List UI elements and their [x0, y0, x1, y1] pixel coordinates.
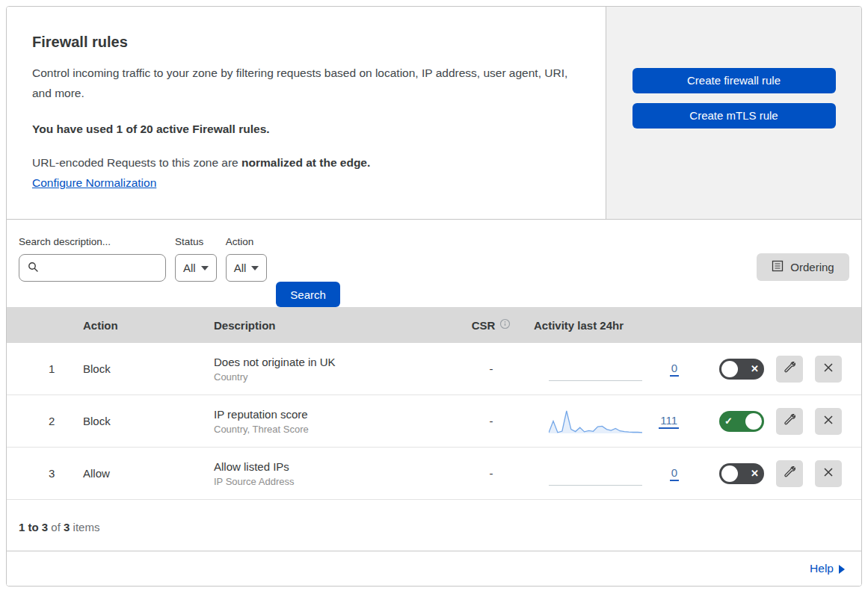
action-column-header: Action: [77, 319, 208, 332]
x-mark-icon: ✕: [751, 364, 759, 374]
rule-description-cell: Allow listed IPs IP Source Address: [208, 460, 455, 487]
filter-toolbar: Search description... Status All Action …: [7, 220, 861, 307]
rule-match-fields: IP Source Address: [214, 476, 455, 487]
x-icon: [822, 414, 834, 428]
table-row: 2 Block IP reputation score Country, Thr…: [7, 395, 861, 448]
search-label: Search description...: [19, 236, 166, 247]
rule-csr-value: -: [455, 415, 528, 427]
csr-column-header: CSR: [455, 318, 528, 332]
search-button[interactable]: Search: [276, 282, 340, 307]
toggle-knob: [745, 413, 762, 430]
items-total: 3: [64, 521, 70, 533]
list-document-icon: [772, 260, 784, 274]
status-dropdown[interactable]: All: [175, 254, 217, 282]
edit-rule-button[interactable]: [776, 460, 803, 487]
caret-down-icon: [201, 266, 209, 270]
table-header-row: Action Description CSR Activity last 24h…: [7, 307, 861, 343]
wrench-icon: [783, 465, 796, 481]
search-input[interactable]: [43, 262, 192, 274]
rule-description: Does not originate in UK: [214, 356, 455, 368]
check-mark-icon: ✓: [724, 416, 733, 426]
rule-action: Block: [77, 362, 208, 375]
x-icon: [822, 466, 834, 480]
right-triangle-icon: [839, 565, 845, 574]
of-text: of: [51, 521, 61, 533]
help-link[interactable]: Help: [810, 562, 845, 575]
search-field-group: Search description...: [19, 236, 166, 282]
create-mtls-rule-button[interactable]: Create mTLS rule: [632, 103, 836, 129]
edit-rule-button[interactable]: [776, 408, 803, 435]
rule-controls-cell: ✓: [685, 408, 861, 435]
rule-controls-cell: ✕: [685, 356, 861, 383]
delete-rule-button[interactable]: [815, 460, 842, 487]
csr-header-label: CSR: [472, 319, 496, 332]
rule-description-cell: IP reputation score Country, Threat Scor…: [208, 408, 455, 435]
rule-description: Allow listed IPs: [214, 460, 455, 473]
rule-csr-value: -: [455, 362, 528, 375]
action-filter-group: Action All: [226, 236, 268, 282]
search-input-box[interactable]: [19, 254, 166, 282]
toggle-knob: [721, 465, 738, 482]
ordering-button[interactable]: Ordering: [757, 253, 849, 281]
activity-count-link[interactable]: 0: [670, 362, 679, 377]
activity-sparkline-chart: [549, 408, 642, 435]
rule-description: IP reputation score: [214, 408, 455, 421]
search-icon: [27, 261, 39, 275]
help-bar: Help: [7, 551, 861, 586]
pagination-summary: 1 to 3 of 3 items: [7, 500, 861, 551]
header-actions-panel: Create firewall rule Create mTLS rule: [606, 7, 861, 219]
configure-normalization-link[interactable]: Configure Normalization: [32, 176, 156, 190]
activity-count-link[interactable]: 111: [659, 414, 679, 429]
items-text: items: [73, 521, 100, 533]
rule-controls-cell: ✕: [685, 460, 861, 487]
rule-action: Block: [77, 415, 208, 427]
description-column-header: Description: [208, 319, 455, 332]
rule-priority: 1: [7, 362, 77, 375]
rule-csr-value: -: [455, 467, 528, 480]
create-firewall-rule-button[interactable]: Create firewall rule: [632, 68, 836, 93]
wrench-icon: [783, 413, 796, 429]
delete-rule-button[interactable]: [815, 356, 842, 383]
toggle-knob: [721, 361, 738, 377]
firewall-rules-page: Firewall rules Control incoming traffic …: [6, 6, 862, 587]
info-circle-icon[interactable]: [499, 318, 511, 332]
x-icon: [822, 362, 834, 376]
rule-enabled-toggle[interactable]: ✕: [719, 359, 764, 380]
table-row: 1 Block Does not originate in UK Country…: [7, 343, 861, 395]
action-dropdown-value: All: [234, 262, 247, 274]
header-text-panel: Firewall rules Control incoming traffic …: [7, 7, 606, 219]
activity-count-link[interactable]: 0: [670, 466, 679, 481]
delete-rule-button[interactable]: [815, 408, 842, 435]
edit-rule-button[interactable]: [776, 356, 803, 383]
rule-activity-cell: 0: [528, 460, 685, 487]
wrench-icon: [783, 361, 796, 377]
status-label: Status: [175, 236, 217, 247]
rule-enabled-toggle[interactable]: ✕: [719, 463, 764, 484]
normalization-bold: normalized at the edge.: [241, 156, 370, 169]
page-description: Control incoming traffic to your zone by…: [32, 63, 576, 103]
header-section: Firewall rules Control incoming traffic …: [7, 7, 861, 220]
page-title: Firewall rules: [32, 34, 576, 51]
status-dropdown-value: All: [183, 262, 196, 274]
help-link-label: Help: [810, 562, 834, 575]
activity-sparkline-flat: [549, 356, 642, 383]
items-range: 1 to 3: [19, 521, 48, 533]
activity-sparkline-flat: [549, 460, 642, 487]
action-dropdown[interactable]: All: [226, 254, 268, 282]
usage-summary: You have used 1 of 20 active Firewall ru…: [32, 123, 576, 136]
rule-priority: 2: [7, 415, 77, 427]
caret-down-icon: [251, 266, 259, 270]
action-label: Action: [226, 236, 268, 247]
rule-description-cell: Does not originate in UK Country: [208, 356, 455, 383]
table-row: 3 Allow Allow listed IPs IP Source Addre…: [7, 448, 861, 500]
normalization-note: URL-encoded Requests to this zone are no…: [32, 156, 576, 170]
rule-activity-cell: 111: [528, 408, 685, 435]
normalization-prefix: URL-encoded Requests to this zone are: [32, 156, 241, 169]
rule-enabled-toggle[interactable]: ✓: [719, 411, 764, 432]
status-filter-group: Status All: [175, 236, 217, 282]
ordering-button-label: Ordering: [790, 261, 834, 273]
activity-column-header: Activity last 24hr: [528, 319, 685, 332]
rule-activity-cell: 0: [528, 356, 685, 383]
rule-action: Allow: [77, 467, 208, 480]
rule-match-fields: Country, Threat Score: [214, 424, 455, 435]
